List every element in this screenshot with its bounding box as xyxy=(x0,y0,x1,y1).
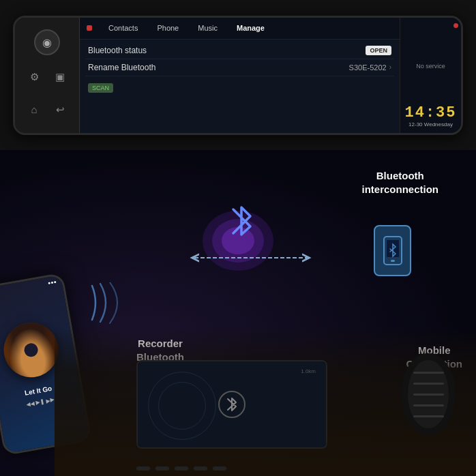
right-panel: No service 14:35 12-30 Wednesday xyxy=(400,18,461,133)
album-face xyxy=(0,318,63,382)
phone-song-title: Let It Go xyxy=(24,385,53,397)
chevron-icon: › xyxy=(389,63,391,71)
clock-date: 12-30 Wednesday xyxy=(404,121,456,128)
car-control-1 xyxy=(136,466,150,471)
status-dot xyxy=(453,23,458,28)
car-bt-symbol xyxy=(218,391,246,418)
phone-artist: ◀◀ ▶❚ ▶▶ xyxy=(26,397,55,408)
car-control-4 xyxy=(194,466,207,471)
vent-slat-5 xyxy=(413,415,444,417)
interconnect-line1: Bluetooth xyxy=(361,169,438,183)
speaker-icon: ◉ xyxy=(42,36,52,49)
content-area: Bluetooth status OPEN Rename Bluetooth S… xyxy=(80,40,400,133)
settings-icon: ⚙ xyxy=(30,71,39,83)
home-button[interactable]: ⌂ xyxy=(23,99,45,121)
car-screen-inner: 1.0km xyxy=(138,361,326,447)
device-name-display: S30E-5202 › xyxy=(349,63,391,72)
mobile-icon-svg xyxy=(383,235,403,266)
car-control-2 xyxy=(155,466,169,471)
back-icon: ↩ xyxy=(56,104,65,116)
menu-list: Bluetooth status OPEN Rename Bluetooth S… xyxy=(80,40,400,133)
tab-manage[interactable]: Manage xyxy=(234,23,267,33)
bt-symbol-center xyxy=(223,199,261,246)
vent-right xyxy=(401,353,456,435)
clock-time: 14:35 xyxy=(404,104,456,121)
clock-display: 14:35 12-30 Wednesday xyxy=(404,104,456,128)
vent-slat-4 xyxy=(413,404,444,406)
car-control-5 xyxy=(213,466,226,471)
nav-indicator xyxy=(87,25,92,31)
car-controls-row xyxy=(136,466,226,471)
car-screen-unit: 1.0km xyxy=(136,360,327,449)
camera-button[interactable]: ▣ xyxy=(49,66,71,88)
interconnect-line2: interconnection xyxy=(361,183,438,196)
bottom-section: 9:41 ●●● Let It Go ◀◀ ▶❚ ▶▶ Recorder Blu… xyxy=(0,150,476,476)
top-section: ◉ ⚙ ▣ ⌂ ↩ xyxy=(0,0,476,150)
scan-button[interactable]: SCAN xyxy=(88,83,113,93)
rename-bluetooth-item[interactable]: Rename Bluetooth S30E-5202 › xyxy=(85,59,394,76)
settings-button[interactable]: ⚙ xyxy=(23,66,45,88)
display-unit: ◉ ⚙ ▣ ⌂ ↩ xyxy=(13,16,463,135)
icon-row-2: ⌂ ↩ xyxy=(23,99,71,121)
waves-svg-left xyxy=(85,282,140,330)
car-km-display: 1.0km xyxy=(301,368,316,374)
icon-row-1: ⚙ ▣ xyxy=(23,66,71,88)
mobile-phone-icon xyxy=(374,225,411,276)
vent-slat-2 xyxy=(413,383,444,385)
no-service-label: No service xyxy=(416,63,445,70)
vent-slat-1 xyxy=(413,372,444,374)
speaker-button[interactable]: ◉ xyxy=(34,29,60,55)
nav-bar: Contacts Phone Music Manage xyxy=(80,18,400,40)
car-dash: 1.0km xyxy=(55,326,476,476)
bt-waves-left xyxy=(85,282,140,333)
svg-rect-6 xyxy=(391,260,395,262)
bluetooth-status-label: Bluetooth status xyxy=(88,46,147,55)
tab-contacts[interactable]: Contacts xyxy=(106,23,140,33)
device-name-text: S30E-5202 xyxy=(349,63,387,72)
left-panel: ◉ ⚙ ▣ ⌂ ↩ xyxy=(15,18,80,133)
phone-album-art xyxy=(0,318,63,382)
camera-icon: ▣ xyxy=(55,71,65,83)
phone-status-bar: 9:41 ●●● xyxy=(0,278,62,297)
bt-symbol-svg xyxy=(223,199,261,243)
home-icon: ⌂ xyxy=(31,104,37,115)
open-button[interactable]: OPEN xyxy=(366,46,391,55)
car-bt-svg xyxy=(224,394,241,415)
arrow-container xyxy=(188,251,314,267)
bluetooth-status-item: Bluetooth status OPEN xyxy=(85,42,394,59)
bt-interconnect-label: Bluetooth interconnection xyxy=(361,169,438,196)
arrow-svg xyxy=(188,251,314,265)
rename-bluetooth-label: Rename Bluetooth xyxy=(88,63,155,72)
tab-music[interactable]: Music xyxy=(195,23,220,33)
tab-phone[interactable]: Phone xyxy=(154,23,181,33)
back-button[interactable]: ↩ xyxy=(49,99,71,121)
phone-signal: ●●● xyxy=(48,279,57,285)
car-control-3 xyxy=(175,466,188,471)
vent-slat-3 xyxy=(413,393,444,396)
scan-area: SCAN xyxy=(85,76,394,97)
main-screen: Contacts Phone Music Manage Bluetooth st… xyxy=(80,18,400,133)
car-circle-inner xyxy=(158,382,206,430)
vent-inner xyxy=(408,360,449,428)
